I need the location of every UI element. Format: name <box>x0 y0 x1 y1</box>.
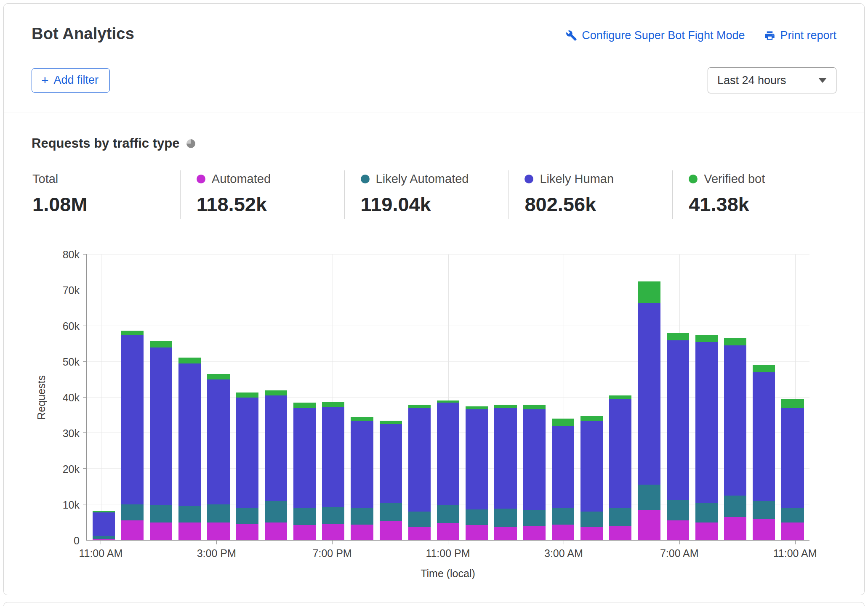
bar-segment-automated[interactable] <box>638 510 660 540</box>
bar-segment-likely-human[interactable] <box>322 407 344 507</box>
bar-segment-likely-automated[interactable] <box>93 536 115 539</box>
bar-segment-verified-bot[interactable] <box>552 419 574 426</box>
bar-segment-automated[interactable] <box>265 522 287 540</box>
bar-segment-likely-automated[interactable] <box>466 509 488 525</box>
bar-segment-verified-bot[interactable] <box>667 333 689 340</box>
bar-segment-verified-bot[interactable] <box>121 331 144 335</box>
bar-segment-likely-human[interactable] <box>380 424 402 503</box>
bar-segment-verified-bot[interactable] <box>609 395 631 399</box>
bar-segment-likely-automated[interactable] <box>351 508 373 525</box>
bar-segment-verified-bot[interactable] <box>322 402 344 407</box>
bar[interactable] <box>753 255 775 540</box>
bar-segment-automated[interactable] <box>408 527 431 540</box>
bar-segment-automated[interactable] <box>293 525 316 540</box>
bar[interactable] <box>695 255 718 540</box>
bar-segment-automated[interactable] <box>207 522 229 540</box>
bar-segment-verified-bot[interactable] <box>466 406 488 410</box>
bar-segment-verified-bot[interactable] <box>207 374 229 379</box>
bar[interactable] <box>580 255 603 540</box>
bar-segment-likely-automated[interactable] <box>322 507 344 524</box>
bar-segment-verified-bot[interactable] <box>265 390 287 396</box>
bar-segment-likely-automated[interactable] <box>523 510 546 526</box>
bar[interactable] <box>781 255 804 540</box>
bar[interactable] <box>265 255 287 540</box>
bar-segment-likely-human[interactable] <box>408 408 431 512</box>
pie-chart-icon[interactable] <box>186 138 196 149</box>
bar-segment-likely-automated[interactable] <box>207 504 229 522</box>
bar[interactable] <box>724 255 746 540</box>
bar-segment-likely-human[interactable] <box>351 421 373 508</box>
bar-segment-likely-automated[interactable] <box>380 503 402 521</box>
bar-segment-likely-human[interactable] <box>236 398 258 508</box>
bar[interactable] <box>552 255 574 540</box>
bar-segment-automated[interactable] <box>322 524 344 540</box>
bar-segment-verified-bot[interactable] <box>494 405 517 408</box>
bar[interactable] <box>494 255 517 540</box>
bar-segment-likely-human[interactable] <box>667 340 689 500</box>
bar-segment-likely-automated[interactable] <box>781 508 804 522</box>
bar-segment-automated[interactable] <box>178 522 201 540</box>
time-range-select[interactable]: Last 24 hours <box>708 67 836 93</box>
bar[interactable] <box>523 255 546 540</box>
bar-segment-likely-automated[interactable] <box>437 505 459 523</box>
bar-segment-automated[interactable] <box>236 524 258 540</box>
bar[interactable] <box>351 255 373 540</box>
bar-segment-automated[interactable] <box>580 527 603 540</box>
bar-segment-automated[interactable] <box>609 526 631 540</box>
bar-segment-likely-human[interactable] <box>93 512 115 536</box>
bar-segment-verified-bot[interactable] <box>150 341 172 347</box>
bar[interactable] <box>93 255 115 540</box>
bar-segment-likely-human[interactable] <box>609 399 631 508</box>
bar-segment-verified-bot[interactable] <box>236 393 258 398</box>
bar-segment-likely-automated[interactable] <box>236 508 258 524</box>
bar-segment-likely-automated[interactable] <box>494 509 517 527</box>
bar[interactable] <box>667 255 689 540</box>
bar-segment-automated[interactable] <box>523 526 546 540</box>
bar[interactable] <box>236 255 258 540</box>
bar-segment-likely-automated[interactable] <box>293 508 316 525</box>
bar-segment-automated[interactable] <box>724 517 746 540</box>
bar-segment-automated[interactable] <box>695 522 718 540</box>
bar-segment-likely-automated[interactable] <box>121 504 144 520</box>
bar-segment-verified-bot[interactable] <box>293 403 316 408</box>
bar-segment-likely-human[interactable] <box>552 426 574 508</box>
bar[interactable] <box>150 255 172 540</box>
bar[interactable] <box>380 255 402 540</box>
bar-segment-likely-human[interactable] <box>207 379 229 504</box>
bar-segment-likely-human[interactable] <box>695 342 718 503</box>
bar-segment-automated[interactable] <box>781 522 804 540</box>
bar-segment-verified-bot[interactable] <box>178 358 201 363</box>
bar-segment-verified-bot[interactable] <box>580 416 603 421</box>
bar[interactable] <box>609 255 631 540</box>
bar[interactable] <box>293 255 316 540</box>
bar-segment-verified-bot[interactable] <box>753 365 775 372</box>
bar[interactable] <box>121 255 144 540</box>
bar[interactable] <box>207 255 229 540</box>
bar[interactable] <box>466 255 488 540</box>
bar-segment-automated[interactable] <box>753 519 775 540</box>
bar-segment-likely-automated[interactable] <box>265 501 287 522</box>
bar-segment-automated[interactable] <box>552 525 574 540</box>
stat-verified-bot[interactable]: Verified bot 41.38k <box>672 170 836 219</box>
bar-segment-likely-automated[interactable] <box>609 508 631 526</box>
bar-segment-likely-automated[interactable] <box>724 496 746 517</box>
bar-segment-likely-automated[interactable] <box>580 512 603 527</box>
bar-segment-verified-bot[interactable] <box>523 405 546 409</box>
bar-segment-automated[interactable] <box>437 523 459 540</box>
bar-segment-automated[interactable] <box>667 520 689 540</box>
bar-segment-likely-human[interactable] <box>150 347 172 505</box>
bar[interactable] <box>178 255 201 540</box>
bar-segment-automated[interactable] <box>121 520 144 540</box>
bar-segment-likely-human[interactable] <box>494 408 517 509</box>
bar-segment-automated[interactable] <box>380 521 402 540</box>
bar-segment-likely-human[interactable] <box>523 409 546 510</box>
bar-segment-automated[interactable] <box>494 527 517 540</box>
bar[interactable] <box>437 255 459 540</box>
bar-segment-likely-automated[interactable] <box>552 508 574 525</box>
bar-segment-likely-human[interactable] <box>178 363 201 507</box>
bar-segment-likely-human[interactable] <box>580 421 603 512</box>
bar-segment-likely-human[interactable] <box>437 403 459 505</box>
bar-segment-likely-human[interactable] <box>753 372 775 501</box>
bar-segment-verified-bot[interactable] <box>695 335 718 342</box>
configure-super-bot-fight-mode-link[interactable]: Configure Super Bot Fight Mode <box>566 29 745 42</box>
